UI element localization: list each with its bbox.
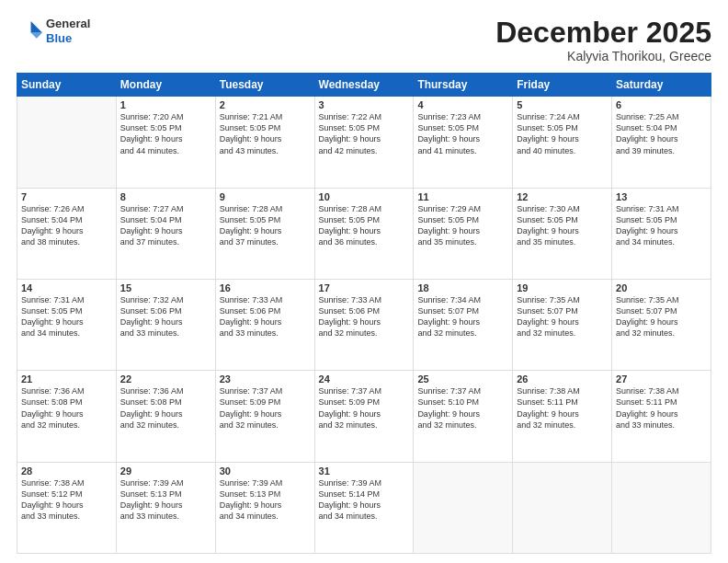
day-number: 4 (417, 99, 508, 110)
day-header-monday: Monday (116, 74, 215, 97)
calendar-week-row: 1Sunrise: 7:20 AM Sunset: 5:05 PM Daylig… (17, 97, 711, 188)
day-number: 26 (517, 373, 608, 385)
day-header-sunday: Sunday (17, 74, 117, 97)
day-info: Sunrise: 7:36 AM Sunset: 5:08 PM Dayligh… (21, 385, 112, 431)
calendar-cell: 12Sunrise: 7:30 AM Sunset: 5:05 PM Dayli… (513, 188, 612, 279)
day-header-wednesday: Wednesday (314, 74, 414, 97)
calendar-table: SundayMondayTuesdayWednesdayThursdayFrid… (17, 73, 711, 554)
day-number: 16 (220, 282, 311, 293)
calendar-cell: 19Sunrise: 7:35 AM Sunset: 5:07 PM Dayli… (513, 279, 612, 370)
day-info: Sunrise: 7:38 AM Sunset: 5:11 PM Dayligh… (517, 385, 608, 431)
day-info: Sunrise: 7:33 AM Sunset: 5:06 PM Dayligh… (220, 294, 311, 339)
day-info: Sunrise: 7:39 AM Sunset: 5:13 PM Dayligh… (220, 477, 311, 523)
day-number: 8 (120, 191, 211, 202)
calendar-cell: 5Sunrise: 7:24 AM Sunset: 5:05 PM Daylig… (513, 97, 612, 188)
calendar-cell: 17Sunrise: 7:33 AM Sunset: 5:06 PM Dayli… (314, 279, 414, 370)
calendar-cell: 13Sunrise: 7:31 AM Sunset: 5:05 PM Dayli… (612, 188, 711, 279)
day-number: 25 (417, 373, 508, 385)
calendar-cell: 7Sunrise: 7:26 AM Sunset: 5:04 PM Daylig… (17, 188, 117, 279)
calendar-cell: 28Sunrise: 7:38 AM Sunset: 5:12 PM Dayli… (17, 462, 117, 553)
day-number: 30 (220, 465, 311, 477)
calendar-cell: 27Sunrise: 7:38 AM Sunset: 5:11 PM Dayli… (612, 371, 711, 462)
day-info: Sunrise: 7:35 AM Sunset: 5:07 PM Dayligh… (616, 294, 707, 339)
calendar-cell: 16Sunrise: 7:33 AM Sunset: 5:06 PM Dayli… (215, 279, 314, 370)
day-number: 14 (21, 282, 112, 293)
logo-icon (17, 18, 42, 44)
calendar-cell (612, 462, 711, 553)
calendar-cell: 30Sunrise: 7:39 AM Sunset: 5:13 PM Dayli… (215, 462, 314, 553)
day-info: Sunrise: 7:34 AM Sunset: 5:07 PM Dayligh… (417, 294, 508, 339)
calendar-week-row: 21Sunrise: 7:36 AM Sunset: 5:08 PM Dayli… (17, 371, 711, 462)
calendar-cell: 22Sunrise: 7:36 AM Sunset: 5:08 PM Dayli… (116, 371, 215, 462)
calendar-cell: 23Sunrise: 7:37 AM Sunset: 5:09 PM Dayli… (215, 371, 314, 462)
calendar-cell: 10Sunrise: 7:28 AM Sunset: 5:05 PM Dayli… (314, 188, 414, 279)
day-number: 2 (220, 99, 311, 110)
day-info: Sunrise: 7:38 AM Sunset: 5:11 PM Dayligh… (616, 385, 707, 431)
day-number: 9 (220, 191, 311, 202)
day-number: 28 (21, 465, 112, 477)
calendar-cell: 3Sunrise: 7:22 AM Sunset: 5:05 PM Daylig… (314, 97, 414, 188)
logo: General Blue (17, 17, 90, 45)
calendar-cell (414, 462, 513, 553)
calendar-cell (513, 462, 612, 553)
svg-marker-1 (31, 32, 42, 38)
day-number: 1 (120, 99, 211, 110)
day-number: 24 (319, 373, 410, 385)
day-number: 23 (220, 373, 311, 385)
day-number: 5 (517, 99, 608, 110)
day-info: Sunrise: 7:38 AM Sunset: 5:12 PM Dayligh… (21, 477, 112, 523)
day-number: 20 (616, 282, 707, 293)
calendar-week-row: 14Sunrise: 7:31 AM Sunset: 5:05 PM Dayli… (17, 279, 711, 370)
day-number: 27 (616, 373, 707, 385)
day-number: 10 (319, 191, 410, 202)
day-info: Sunrise: 7:20 AM Sunset: 5:05 PM Dayligh… (120, 111, 211, 156)
day-info: Sunrise: 7:28 AM Sunset: 5:05 PM Dayligh… (319, 203, 410, 248)
calendar-cell: 25Sunrise: 7:37 AM Sunset: 5:10 PM Dayli… (414, 371, 513, 462)
day-number: 15 (120, 282, 211, 293)
day-info: Sunrise: 7:36 AM Sunset: 5:08 PM Dayligh… (120, 385, 211, 431)
day-info: Sunrise: 7:27 AM Sunset: 5:04 PM Dayligh… (120, 203, 211, 248)
day-info: Sunrise: 7:31 AM Sunset: 5:05 PM Dayligh… (616, 203, 707, 248)
day-info: Sunrise: 7:37 AM Sunset: 5:09 PM Dayligh… (220, 385, 311, 431)
calendar-cell: 15Sunrise: 7:32 AM Sunset: 5:06 PM Dayli… (116, 279, 215, 370)
day-number: 18 (417, 282, 508, 293)
logo-text: General Blue (46, 17, 90, 45)
svg-marker-0 (31, 21, 42, 32)
day-info: Sunrise: 7:33 AM Sunset: 5:06 PM Dayligh… (319, 294, 410, 339)
calendar-cell: 26Sunrise: 7:38 AM Sunset: 5:11 PM Dayli… (513, 371, 612, 462)
day-number: 11 (417, 191, 508, 202)
calendar-cell: 21Sunrise: 7:36 AM Sunset: 5:08 PM Dayli… (17, 371, 117, 462)
day-info: Sunrise: 7:30 AM Sunset: 5:05 PM Dayligh… (517, 203, 608, 248)
day-info: Sunrise: 7:37 AM Sunset: 5:09 PM Dayligh… (319, 385, 410, 431)
day-number: 3 (319, 99, 410, 110)
calendar-cell: 6Sunrise: 7:25 AM Sunset: 5:04 PM Daylig… (612, 97, 711, 188)
day-info: Sunrise: 7:29 AM Sunset: 5:05 PM Dayligh… (417, 203, 508, 248)
day-number: 31 (319, 465, 410, 477)
day-info: Sunrise: 7:31 AM Sunset: 5:05 PM Dayligh… (21, 294, 112, 339)
calendar-cell: 4Sunrise: 7:23 AM Sunset: 5:05 PM Daylig… (414, 97, 513, 188)
month-year: December 2025 (495, 17, 711, 49)
day-info: Sunrise: 7:25 AM Sunset: 5:04 PM Dayligh… (616, 111, 707, 156)
calendar-cell: 1Sunrise: 7:20 AM Sunset: 5:05 PM Daylig… (116, 97, 215, 188)
day-info: Sunrise: 7:24 AM Sunset: 5:05 PM Dayligh… (517, 111, 608, 156)
day-number: 17 (319, 282, 410, 293)
day-info: Sunrise: 7:37 AM Sunset: 5:10 PM Dayligh… (417, 385, 508, 431)
calendar-cell: 2Sunrise: 7:21 AM Sunset: 5:05 PM Daylig… (215, 97, 314, 188)
calendar-cell: 29Sunrise: 7:39 AM Sunset: 5:13 PM Dayli… (116, 462, 215, 553)
day-number: 19 (517, 282, 608, 293)
day-number: 29 (120, 465, 211, 477)
day-info: Sunrise: 7:39 AM Sunset: 5:14 PM Dayligh… (319, 477, 410, 523)
day-number: 12 (517, 191, 608, 202)
day-info: Sunrise: 7:22 AM Sunset: 5:05 PM Dayligh… (319, 111, 410, 156)
day-info: Sunrise: 7:21 AM Sunset: 5:05 PM Dayligh… (220, 111, 311, 156)
day-number: 7 (21, 191, 112, 202)
calendar-cell: 9Sunrise: 7:28 AM Sunset: 5:05 PM Daylig… (215, 188, 314, 279)
calendar-cell: 14Sunrise: 7:31 AM Sunset: 5:05 PM Dayli… (17, 279, 117, 370)
day-number: 6 (616, 99, 707, 110)
calendar-cell: 18Sunrise: 7:34 AM Sunset: 5:07 PM Dayli… (414, 279, 513, 370)
day-info: Sunrise: 7:26 AM Sunset: 5:04 PM Dayligh… (21, 203, 112, 248)
day-header-thursday: Thursday (414, 74, 513, 97)
day-info: Sunrise: 7:39 AM Sunset: 5:13 PM Dayligh… (120, 477, 211, 523)
location: Kalyvia Thorikou, Greece (495, 49, 711, 63)
day-header-saturday: Saturday (612, 74, 711, 97)
